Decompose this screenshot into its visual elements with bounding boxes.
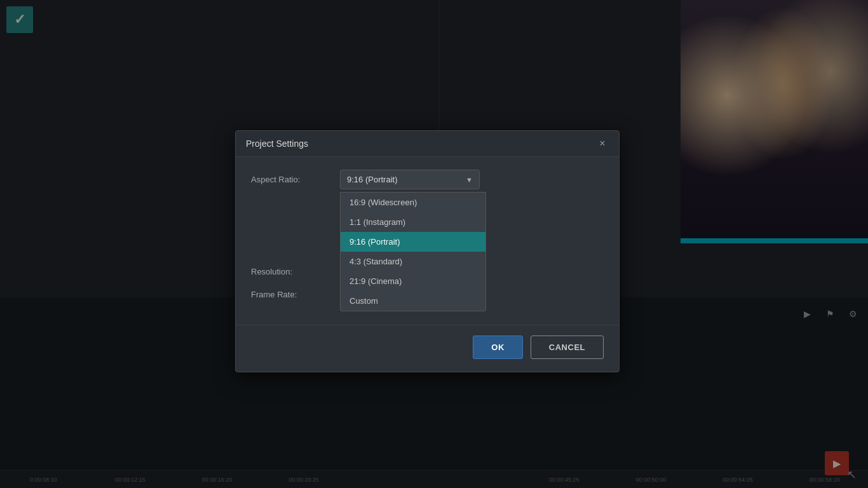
dialog-title: Project Settings: [246, 139, 308, 149]
dialog-header: Project Settings ×: [236, 131, 619, 157]
project-settings-dialog: Project Settings × Aspect Ratio: 9:16 (P…: [235, 130, 620, 372]
aspect-ratio-select[interactable]: 9:16 (Portrait) ▼: [340, 170, 480, 189]
dropdown-arrow-icon: ▼: [466, 176, 473, 184]
dialog-close-button[interactable]: ×: [596, 137, 609, 150]
ok-button[interactable]: OK: [473, 336, 523, 359]
dropdown-item-1[interactable]: 1:1 (Instagram): [341, 212, 485, 232]
dialog-body: Aspect Ratio: 9:16 (Portrait) ▼ 16:9 (Wi…: [236, 157, 619, 325]
cancel-button[interactable]: CANCEL: [531, 336, 604, 359]
dropdown-item-3[interactable]: 4:3 (Standard): [341, 252, 485, 271]
dropdown-item-5[interactable]: Custom: [341, 291, 485, 311]
dialog-footer: OK CANCEL: [236, 325, 619, 372]
aspect-ratio-dropdown-menu: 16:9 (Widescreen) 1:1 (Instagram) 9:16 (…: [340, 192, 486, 311]
aspect-ratio-control: 9:16 (Portrait) ▼ 16:9 (Widescreen) 1:1 …: [340, 170, 604, 189]
frame-rate-label: Frame Rate:: [251, 290, 340, 299]
dropdown-item-2[interactable]: 9:16 (Portrait): [341, 232, 485, 252]
aspect-ratio-row: Aspect Ratio: 9:16 (Portrait) ▼ 16:9 (Wi…: [251, 170, 604, 189]
aspect-ratio-selected-value: 9:16 (Portrait): [347, 175, 397, 184]
dropdown-item-0[interactable]: 16:9 (Widescreen): [341, 193, 485, 212]
resolution-label: Resolution:: [251, 267, 340, 276]
dropdown-item-4[interactable]: 21:9 (Cinema): [341, 271, 485, 291]
aspect-ratio-label: Aspect Ratio:: [251, 175, 340, 184]
